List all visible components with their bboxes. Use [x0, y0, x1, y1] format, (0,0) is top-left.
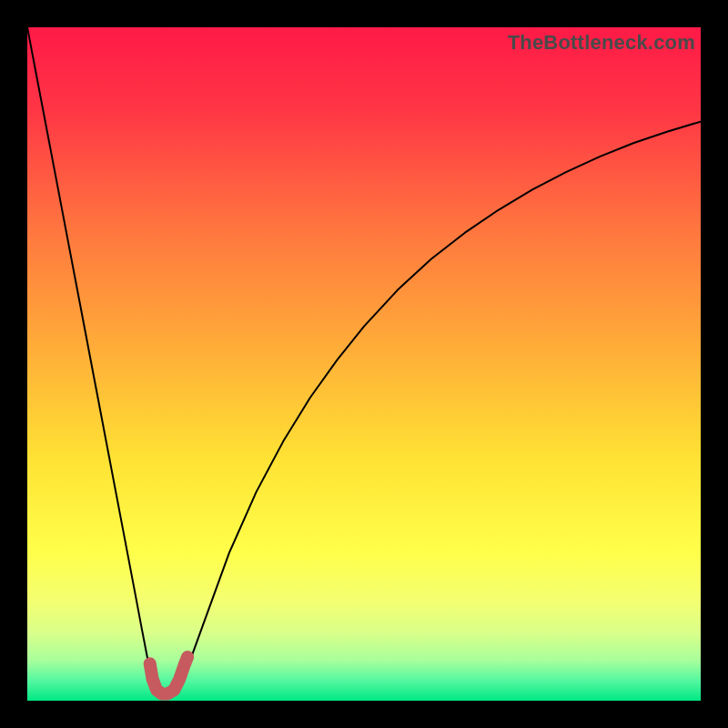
- optimal-marker: [150, 657, 187, 694]
- bottleneck-curve: [27, 27, 701, 694]
- chart-frame: TheBottleneck.com: [0, 0, 728, 728]
- bottleneck-curve: [27, 27, 701, 701]
- watermark-text: TheBottleneck.com: [508, 31, 695, 55]
- plot-area: TheBottleneck.com: [27, 27, 701, 701]
